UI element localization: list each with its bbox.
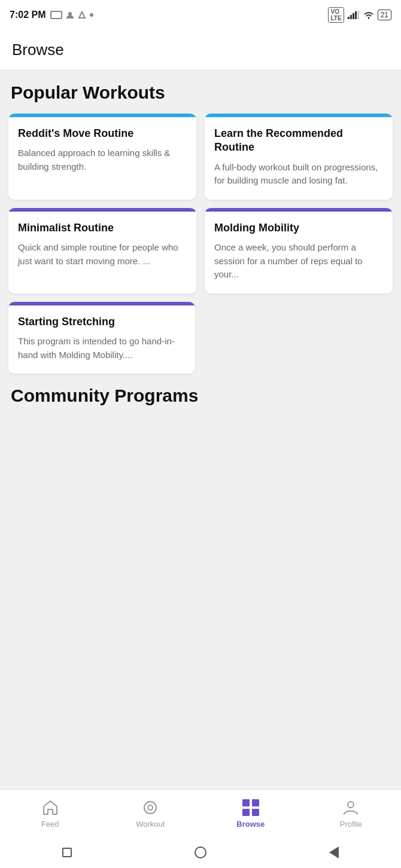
card-title: Starting Stretching	[18, 315, 186, 329]
status-icons-right: VOLTE 21	[328, 7, 391, 23]
workout-card-recommended[interactable]: Learn the Recommended Routine A full-bod…	[205, 114, 393, 200]
main-content: Popular Workouts Reddit's Move Routine B…	[0, 71, 401, 429]
card-body: Minimalist Routine Quick and simple rout…	[8, 212, 196, 280]
system-nav-bar	[0, 837, 401, 868]
svg-marker-3	[79, 12, 85, 18]
page-title: Browse	[12, 41, 389, 59]
browse-icon	[241, 798, 260, 817]
nav-item-browse[interactable]: Browse	[227, 798, 275, 829]
workout-card-starting-stretching[interactable]: Starting Stretching This program is inte…	[8, 302, 195, 374]
signal-icon	[348, 11, 360, 19]
workout-grid: Reddit's Move Routine Balanced approach …	[8, 114, 393, 294]
svg-rect-12	[252, 799, 259, 806]
page-header: Browse	[0, 30, 401, 71]
card-title: Molding Mobility	[214, 221, 383, 235]
card-title: Learn the Recommended Routine	[214, 127, 383, 155]
svg-point-9	[144, 802, 156, 814]
feed-icon	[41, 798, 60, 817]
card-body: Reddit's Move Routine Balanced approach …	[8, 117, 196, 185]
battery-level: 21	[381, 11, 388, 19]
svg-rect-14	[252, 809, 259, 816]
bottom-nav: Feed Workout Browse	[0, 789, 401, 837]
sys-triangle-icon	[329, 846, 339, 858]
svg-rect-5	[350, 15, 352, 19]
workout-single-row: Starting Stretching This program is inte…	[8, 302, 393, 374]
card-desc: Balanced approach to learning skills & b…	[18, 146, 187, 173]
sys-circle-icon	[195, 846, 206, 858]
svg-rect-4	[348, 17, 350, 19]
workout-card-molding-mobility[interactable]: Molding Mobility Once a week, you should…	[205, 208, 393, 294]
card-title: Reddit's Move Routine	[18, 127, 187, 140]
svg-rect-6	[353, 13, 354, 19]
nav-label-browse: Browse	[236, 820, 265, 829]
card-body: Learn the Recommended Routine A full-bod…	[205, 117, 393, 200]
person-icon	[66, 11, 74, 19]
workout-card-reddit-move[interactable]: Reddit's Move Routine Balanced approach …	[8, 114, 196, 200]
battery-indicator: 21	[378, 10, 391, 20]
card-title: Minimalist Routine	[18, 221, 187, 235]
nav-label-workout: Workout	[136, 820, 165, 829]
arrow-icon	[78, 11, 86, 19]
card-desc: This program is intended to go hand-in-h…	[18, 335, 186, 362]
popular-workouts-title: Popular Workouts	[8, 82, 393, 103]
nav-item-workout[interactable]: Workout	[126, 798, 174, 829]
dot-icon	[90, 13, 93, 17]
time-display: 7:02 PM	[10, 10, 45, 20]
svg-rect-1	[51, 12, 61, 18]
nav-label-feed: Feed	[41, 820, 59, 829]
community-programs-section: Community Programs	[8, 386, 393, 406]
sys-recents-btn[interactable]	[327, 845, 341, 860]
profile-icon	[341, 798, 360, 817]
status-bar: 7:02 PM VOLTE	[0, 0, 401, 30]
card-body: Starting Stretching This program is inte…	[8, 305, 195, 374]
notification-icon	[50, 11, 62, 19]
svg-rect-8	[357, 11, 359, 19]
popular-workouts-section: Popular Workouts Reddit's Move Routine B…	[8, 82, 393, 374]
svg-rect-11	[242, 799, 250, 806]
svg-rect-7	[355, 11, 357, 19]
card-desc: A full-body workout built on progression…	[214, 161, 383, 188]
status-icons-left	[50, 11, 93, 19]
card-body: Molding Mobility Once a week, you should…	[205, 212, 393, 294]
card-desc: Quick and simple routine for people who …	[18, 241, 187, 268]
wifi-icon	[363, 11, 374, 19]
card-desc: Once a week, you should perform a sessio…	[214, 241, 383, 282]
workout-card-minimalist[interactable]: Minimalist Routine Quick and simple rout…	[8, 208, 196, 294]
svg-point-10	[148, 805, 153, 810]
status-left: 7:02 PM	[10, 10, 93, 20]
sys-home-btn[interactable]	[193, 845, 208, 860]
workout-icon	[141, 798, 160, 817]
sys-square-icon	[62, 848, 72, 857]
nav-item-profile[interactable]: Profile	[327, 798, 375, 829]
sys-back-btn[interactable]	[60, 845, 74, 860]
community-programs-title: Community Programs	[8, 386, 393, 406]
svg-point-15	[348, 802, 354, 808]
svg-rect-13	[242, 809, 250, 816]
nav-label-profile: Profile	[340, 820, 362, 829]
nav-item-feed[interactable]: Feed	[26, 798, 74, 829]
volte-icon: VOLTE	[328, 7, 344, 23]
